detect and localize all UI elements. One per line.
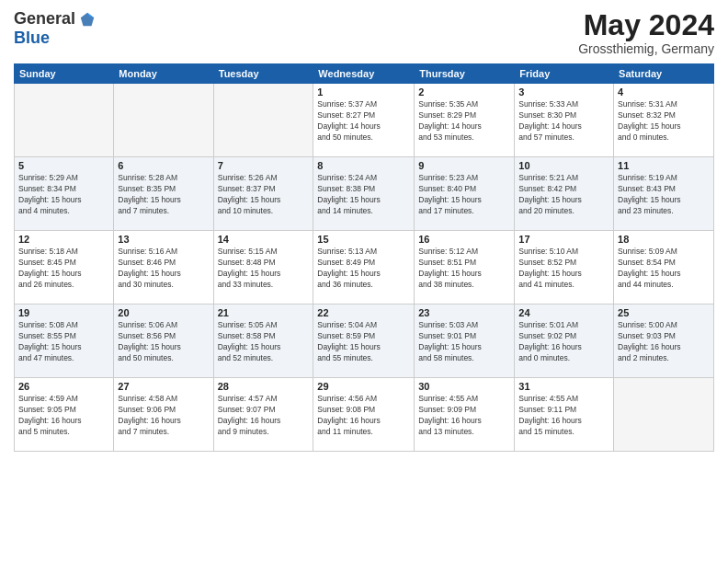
calendar-table: Sunday Monday Tuesday Wednesday Thursday… — [14, 63, 714, 452]
day-info: Sunrise: 5:00 AM Sunset: 9:03 PM Dayligh… — [618, 320, 710, 364]
header-sunday: Sunday — [15, 64, 114, 84]
calendar-cell: 24Sunrise: 5:01 AM Sunset: 9:02 PM Dayli… — [515, 304, 614, 378]
page: General Blue May 2024 Grossthiemig, Germ… — [0, 0, 728, 563]
day-info: Sunrise: 5:08 AM Sunset: 8:55 PM Dayligh… — [18, 320, 109, 364]
calendar-cell: 16Sunrise: 5:12 AM Sunset: 8:51 PM Dayli… — [415, 231, 515, 304]
calendar-cell — [114, 84, 213, 157]
calendar-cell: 9Sunrise: 5:23 AM Sunset: 8:40 PM Daylig… — [415, 157, 515, 231]
day-number: 16 — [418, 234, 510, 245]
day-number: 11 — [618, 160, 710, 171]
day-number: 29 — [317, 381, 410, 392]
day-number: 23 — [418, 307, 510, 318]
day-info: Sunrise: 5:01 AM Sunset: 9:02 PM Dayligh… — [518, 320, 609, 364]
day-info: Sunrise: 5:16 AM Sunset: 8:46 PM Dayligh… — [118, 247, 209, 291]
logo: General Blue — [14, 9, 96, 48]
header-wednesday: Wednesday — [313, 64, 415, 84]
day-number: 12 — [18, 234, 109, 245]
day-number: 13 — [118, 234, 209, 245]
calendar-cell: 1Sunrise: 5:37 AM Sunset: 8:27 PM Daylig… — [313, 84, 415, 157]
calendar-row-1: 1Sunrise: 5:37 AM Sunset: 8:27 PM Daylig… — [15, 84, 714, 157]
day-info: Sunrise: 5:24 AM Sunset: 8:38 PM Dayligh… — [317, 173, 410, 217]
day-info: Sunrise: 5:04 AM Sunset: 8:59 PM Dayligh… — [317, 320, 410, 364]
calendar-cell: 22Sunrise: 5:04 AM Sunset: 8:59 PM Dayli… — [313, 304, 415, 378]
calendar-cell: 13Sunrise: 5:16 AM Sunset: 8:46 PM Dayli… — [114, 231, 213, 304]
day-number: 21 — [218, 307, 310, 318]
calendar-cell: 19Sunrise: 5:08 AM Sunset: 8:55 PM Dayli… — [15, 304, 114, 378]
day-info: Sunrise: 5:37 AM Sunset: 8:27 PM Dayligh… — [317, 99, 410, 144]
day-number: 10 — [518, 160, 609, 171]
day-info: Sunrise: 5:28 AM Sunset: 8:35 PM Dayligh… — [118, 173, 209, 217]
day-number: 22 — [317, 307, 410, 318]
calendar-cell: 21Sunrise: 5:05 AM Sunset: 8:58 PM Dayli… — [213, 304, 313, 378]
calendar-cell — [213, 84, 313, 157]
calendar-cell: 27Sunrise: 4:58 AM Sunset: 9:06 PM Dayli… — [114, 378, 213, 452]
calendar-cell: 28Sunrise: 4:57 AM Sunset: 9:07 PM Dayli… — [213, 378, 313, 452]
day-info: Sunrise: 5:10 AM Sunset: 8:52 PM Dayligh… — [518, 247, 609, 291]
day-info: Sunrise: 4:55 AM Sunset: 9:11 PM Dayligh… — [518, 394, 609, 438]
day-number: 7 — [218, 160, 310, 171]
calendar-cell: 2Sunrise: 5:35 AM Sunset: 8:29 PM Daylig… — [415, 84, 515, 157]
day-info: Sunrise: 5:12 AM Sunset: 8:51 PM Dayligh… — [418, 247, 510, 291]
day-number: 9 — [418, 160, 510, 171]
calendar-row-2: 5Sunrise: 5:29 AM Sunset: 8:34 PM Daylig… — [15, 157, 714, 231]
day-info: Sunrise: 5:33 AM Sunset: 8:30 PM Dayligh… — [518, 99, 609, 144]
calendar-cell: 4Sunrise: 5:31 AM Sunset: 8:32 PM Daylig… — [614, 84, 714, 157]
calendar-cell: 17Sunrise: 5:10 AM Sunset: 8:52 PM Dayli… — [515, 231, 614, 304]
day-info: Sunrise: 4:55 AM Sunset: 9:09 PM Dayligh… — [418, 394, 510, 438]
logo-icon — [79, 11, 96, 28]
day-number: 3 — [518, 86, 609, 98]
calendar-cell: 11Sunrise: 5:19 AM Sunset: 8:43 PM Dayli… — [614, 157, 714, 231]
calendar-row-4: 19Sunrise: 5:08 AM Sunset: 8:55 PM Dayli… — [15, 304, 714, 378]
header-tuesday: Tuesday — [213, 64, 313, 84]
day-info: Sunrise: 5:15 AM Sunset: 8:48 PM Dayligh… — [218, 247, 310, 291]
month-title: May 2024 — [578, 9, 714, 41]
weekday-header-row: Sunday Monday Tuesday Wednesday Thursday… — [15, 64, 714, 84]
day-number: 14 — [218, 234, 310, 245]
day-info: Sunrise: 5:09 AM Sunset: 8:54 PM Dayligh… — [618, 247, 710, 291]
day-info: Sunrise: 4:59 AM Sunset: 9:05 PM Dayligh… — [18, 394, 109, 438]
calendar-cell: 6Sunrise: 5:28 AM Sunset: 8:35 PM Daylig… — [114, 157, 213, 231]
calendar-cell: 10Sunrise: 5:21 AM Sunset: 8:42 PM Dayli… — [515, 157, 614, 231]
day-number: 5 — [18, 160, 109, 171]
day-info: Sunrise: 5:13 AM Sunset: 8:49 PM Dayligh… — [317, 247, 410, 291]
calendar-cell: 3Sunrise: 5:33 AM Sunset: 8:30 PM Daylig… — [515, 84, 614, 157]
day-info: Sunrise: 5:18 AM Sunset: 8:45 PM Dayligh… — [18, 247, 109, 291]
day-number: 6 — [118, 160, 209, 171]
day-number: 19 — [18, 307, 109, 318]
day-number: 18 — [618, 234, 710, 245]
calendar-row-3: 12Sunrise: 5:18 AM Sunset: 8:45 PM Dayli… — [15, 231, 714, 304]
day-info: Sunrise: 5:26 AM Sunset: 8:37 PM Dayligh… — [218, 173, 310, 217]
header-thursday: Thursday — [415, 64, 515, 84]
day-number: 17 — [518, 234, 609, 245]
calendar-cell: 23Sunrise: 5:03 AM Sunset: 9:01 PM Dayli… — [415, 304, 515, 378]
day-number: 2 — [418, 86, 510, 98]
calendar-cell: 30Sunrise: 4:55 AM Sunset: 9:09 PM Dayli… — [415, 378, 515, 452]
day-info: Sunrise: 5:21 AM Sunset: 8:42 PM Dayligh… — [518, 173, 609, 217]
day-number: 25 — [618, 307, 710, 318]
day-info: Sunrise: 5:03 AM Sunset: 9:01 PM Dayligh… — [418, 320, 510, 364]
calendar-cell — [614, 378, 714, 452]
day-number: 31 — [518, 381, 609, 392]
logo-general: General — [14, 9, 75, 29]
calendar-cell: 7Sunrise: 5:26 AM Sunset: 8:37 PM Daylig… — [213, 157, 313, 231]
day-number: 15 — [317, 234, 410, 245]
header-saturday: Saturday — [614, 64, 714, 84]
logo-blue: Blue — [14, 29, 50, 48]
calendar-cell — [15, 84, 114, 157]
calendar-cell: 5Sunrise: 5:29 AM Sunset: 8:34 PM Daylig… — [15, 157, 114, 231]
calendar-cell: 14Sunrise: 5:15 AM Sunset: 8:48 PM Dayli… — [213, 231, 313, 304]
day-number: 27 — [118, 381, 209, 392]
calendar-cell: 8Sunrise: 5:24 AM Sunset: 8:38 PM Daylig… — [313, 157, 415, 231]
header-monday: Monday — [114, 64, 213, 84]
calendar-cell: 12Sunrise: 5:18 AM Sunset: 8:45 PM Dayli… — [15, 231, 114, 304]
day-info: Sunrise: 5:19 AM Sunset: 8:43 PM Dayligh… — [618, 173, 710, 217]
logo-text: General — [14, 9, 96, 29]
day-info: Sunrise: 5:23 AM Sunset: 8:40 PM Dayligh… — [418, 173, 510, 217]
day-number: 4 — [618, 86, 710, 98]
day-info: Sunrise: 5:35 AM Sunset: 8:29 PM Dayligh… — [418, 99, 510, 144]
title-block: May 2024 Grossthiemig, Germany — [578, 9, 714, 56]
calendar-cell: 26Sunrise: 4:59 AM Sunset: 9:05 PM Dayli… — [15, 378, 114, 452]
day-number: 1 — [317, 86, 410, 98]
calendar-cell: 31Sunrise: 4:55 AM Sunset: 9:11 PM Dayli… — [515, 378, 614, 452]
calendar-cell: 18Sunrise: 5:09 AM Sunset: 8:54 PM Dayli… — [614, 231, 714, 304]
